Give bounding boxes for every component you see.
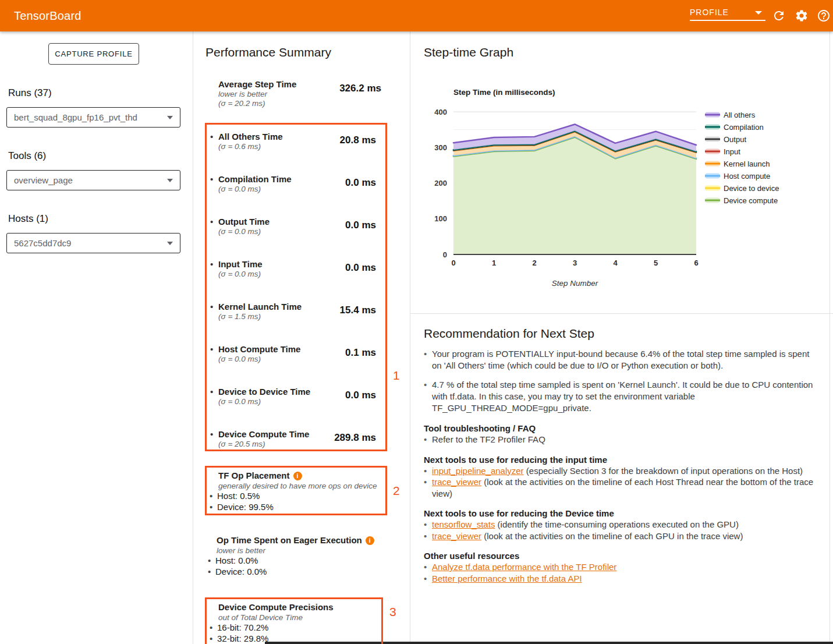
hosts-label: Hosts (1) [8, 213, 48, 225]
svg-text:100: 100 [434, 214, 447, 223]
dashboard-select[interactable]: PROFILE [690, 5, 765, 21]
chevron-down-icon [755, 11, 762, 15]
app-header: TensorBoard PROFILE [0, 0, 833, 31]
tools-select[interactable]: overview_page [6, 170, 180, 190]
item-text: (identify the time-consuming operations … [495, 519, 739, 529]
help-icon [817, 15, 831, 24]
list-item: trace_viewer (look at the activities on … [432, 530, 818, 542]
metric-value: 15.4 ms [340, 305, 376, 316]
info-icon[interactable]: i [366, 536, 374, 545]
link-trace-viewer[interactable]: trace_viewer [432, 477, 481, 487]
svg-text:Compilation: Compilation [724, 123, 764, 132]
runs-label: Runs (37) [8, 87, 52, 99]
list-item: Better performance with the tf.data API [432, 573, 818, 585]
metric-row: • Compilation Time (σ = 0.0 ms) 0.0 ms [207, 174, 385, 216]
eager-title: Op Time Spent on Eager Execution [217, 535, 362, 546]
recommendation-bullet: 4.7 % of the total step time sampled is … [432, 379, 816, 414]
eager-note: lower is better [217, 546, 387, 555]
tf-op-placement-note: generally desired to have more ops on de… [218, 481, 385, 491]
metric-row: • Host Compute Time (σ = 0.0 ms) 0.1 ms [207, 344, 385, 386]
section-heading: Next tools to use for reducing the Devic… [424, 508, 818, 519]
info-icon[interactable]: i [293, 472, 302, 480]
eager-execution-block: Op Time Spent on Eager Execution i lower… [205, 532, 387, 577]
annotation-box-1: • All Others Time (σ = 0.6 ms) 20.8 ms •… [205, 123, 387, 451]
precision-16bit: 16-bit: 70.2% [217, 622, 381, 634]
list-item: input_pipeline_analyzer (especially Sect… [432, 465, 818, 477]
item-text: Refer to the TF2 Profiler FAQ [432, 434, 545, 444]
runs-select[interactable]: bert_squad_8gpu_fp16_pvt_thd [6, 107, 180, 128]
eager-host: Host: 0.0% [215, 555, 387, 567]
metric-value: 326.2 ms [339, 83, 381, 94]
list-item: Refer to the TF2 Profiler FAQ [432, 434, 818, 445]
svg-text:200: 200 [434, 179, 447, 187]
annotation-box-2: TF Op Placement i generally desired to h… [205, 466, 387, 515]
metric-row: • Output Time (σ = 0.0 ms) 0.0 ms [207, 216, 385, 259]
device-tools-section: Next tools to use for reducing the Devic… [424, 508, 818, 542]
annotation-number-1: 1 [393, 369, 400, 383]
svg-text:1: 1 [492, 259, 496, 267]
recommendation-title: Recommendation for Next Step [424, 327, 818, 341]
item-text: (look at the activities on the timeline … [481, 531, 743, 541]
metric-row: • Input Time (σ = 0.0 ms) 0.0 ms [207, 259, 385, 301]
chevron-down-icon [167, 116, 173, 119]
svg-text:3: 3 [573, 259, 577, 267]
svg-text:Kernel launch: Kernel launch [724, 160, 770, 168]
eager-device: Device: 0.0% [215, 567, 387, 578]
metric-row: • Device to Device Time (σ = 0.0 ms) 0.0… [207, 386, 385, 429]
metric-value: 289.8 ms [334, 432, 376, 444]
svg-text:4: 4 [613, 259, 618, 267]
svg-text:400: 400 [434, 108, 447, 116]
svg-text:300: 300 [434, 143, 447, 152]
tf-op-placement-device: Device: 99.5% [217, 502, 385, 513]
refresh-icon [772, 15, 786, 24]
input-tools-section: Next tools to use for reducing the input… [424, 454, 818, 500]
chevron-down-icon [167, 179, 173, 182]
annotation-number-2: 2 [393, 484, 400, 498]
list-item: tensorflow_stats (identify the time-cons… [432, 519, 818, 530]
svg-text:All others: All others [724, 111, 756, 119]
svg-text:6: 6 [694, 259, 698, 267]
settings-button[interactable] [795, 9, 809, 23]
app-title: TensorBoard [14, 0, 81, 31]
section-heading: Next tools to use for reducing the input… [424, 454, 818, 465]
svg-text:Output: Output [724, 135, 746, 144]
item-text: (especially Section 3 for the breakdown … [524, 466, 803, 476]
tf-op-placement-host: Host: 0.5% [217, 491, 385, 502]
dashboard-select-value: PROFILE [690, 5, 765, 20]
refresh-button[interactable] [772, 9, 786, 23]
section-heading: Other useful resources [424, 550, 818, 561]
svg-text:Device to device: Device to device [724, 184, 779, 193]
svg-text:Step Number: Step Number [552, 279, 598, 288]
metric-value: 0.0 ms [345, 262, 376, 274]
average-step-time-row: Average Step Time lower is better (σ = 2… [205, 79, 381, 108]
chevron-down-icon [167, 242, 173, 245]
annotation-number-3: 3 [389, 605, 396, 619]
link-trace-viewer[interactable]: trace_viewer [432, 531, 481, 541]
list-item: Analyze tf.data performance with the TF … [432, 561, 818, 573]
tools-label: Tools (6) [8, 150, 46, 162]
link-tfdata-api-guide[interactable]: Better performance with the tf.data API [432, 574, 582, 583]
capture-profile-button[interactable]: CAPTURE PROFILE [48, 43, 139, 65]
metric-value: 0.0 ms [345, 220, 376, 231]
sidebar-divider [193, 31, 193, 644]
svg-text:Input: Input [724, 147, 740, 156]
metric-row: • Kernel Launch Time (σ = 1.5 ms) 15.4 m… [207, 301, 385, 344]
item-text: (look at the activities on the timeline … [432, 477, 813, 498]
hosts-select[interactable]: 5627c5dd7dc9 [6, 233, 180, 253]
svg-text:0: 0 [451, 259, 455, 267]
tf-op-placement-title: TF Op Placement [218, 470, 290, 481]
svg-text:Step Time (in milliseconds): Step Time (in milliseconds) [453, 88, 555, 97]
link-tfdata-profiler-guide[interactable]: Analyze tf.data performance with the TF … [432, 562, 616, 572]
help-button[interactable] [817, 9, 831, 23]
metric-value: 0.0 ms [345, 390, 376, 401]
precisions-title: Device Compute Precisions [218, 602, 334, 613]
svg-text:2: 2 [532, 259, 536, 267]
performance-summary-title: Performance Summary [205, 45, 331, 59]
metric-sigma: (σ = 20.2 ms) [218, 99, 381, 108]
svg-text:Device compute: Device compute [724, 196, 778, 205]
tools-select-value: overview_page [14, 175, 162, 185]
link-input-pipeline-analyzer[interactable]: input_pipeline_analyzer [432, 466, 524, 476]
link-tensorflow-stats[interactable]: tensorflow_stats [432, 519, 495, 529]
svg-text:5: 5 [654, 259, 658, 267]
precisions-note: out of Total Device Time [218, 613, 381, 622]
